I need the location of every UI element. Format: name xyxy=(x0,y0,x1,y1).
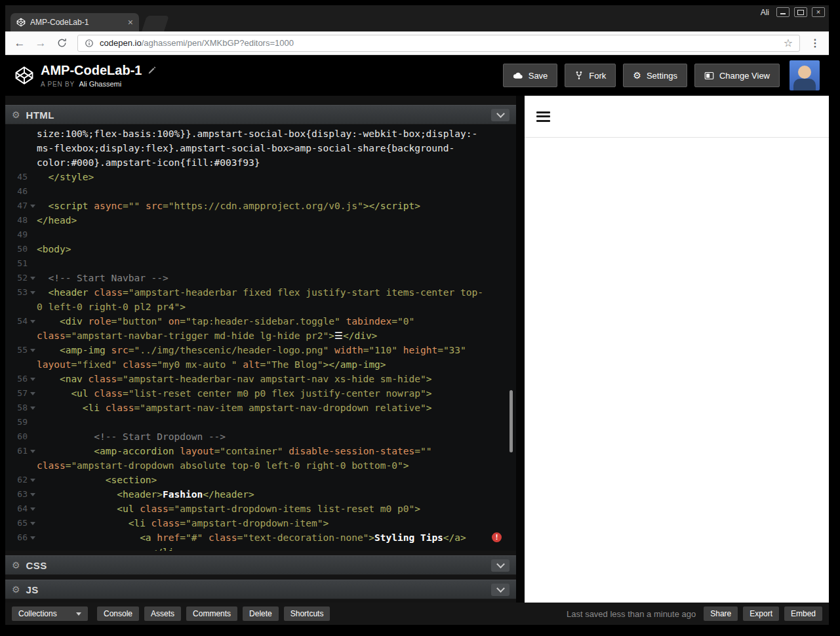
code-line[interactable]: 51 xyxy=(5,256,516,271)
save-button[interactable]: Save xyxy=(503,64,558,87)
code-line[interactable]: 45 </style> xyxy=(5,170,516,184)
css-pane-header[interactable]: ⚙ CSS xyxy=(5,555,516,575)
address-bar[interactable]: codepen.io/aghassemi/pen/XMKbGP?editors=… xyxy=(77,35,800,52)
js-pane-collapse-button[interactable] xyxy=(491,584,510,596)
code-line[interactable]: 52 <!-- Start Navbar --> xyxy=(5,271,516,285)
code-fold-icon[interactable] xyxy=(28,401,37,415)
code-line[interactable]: size:100%;flex-basis:100%}}.ampstart-soc… xyxy=(5,127,516,141)
author-link[interactable]: Ali Ghassemi xyxy=(79,80,121,88)
code-line[interactable]: 53 <header class="ampstart-headerbar fix… xyxy=(5,285,516,300)
code-line[interactable]: 61 <amp-accordion layout="container" dis… xyxy=(5,444,516,458)
hamburger-menu-icon[interactable] xyxy=(536,109,550,124)
forward-button[interactable]: → xyxy=(31,37,50,50)
assets-button[interactable]: Assets xyxy=(144,606,181,621)
code-line[interactable]: 54 <div role="button" on="tap:header-sid… xyxy=(5,314,516,328)
code-line[interactable]: 48</head> xyxy=(5,213,516,228)
css-pane-gear-icon[interactable]: ⚙ xyxy=(12,560,20,570)
code-line[interactable]: 63 <header>Fashion</header> xyxy=(5,487,516,502)
html-pane-header[interactable]: ⚙ HTML xyxy=(5,105,516,125)
embed-button[interactable]: Embed xyxy=(784,606,822,621)
code-line[interactable]: 66 <a href="#" class="text-decoration-no… xyxy=(5,530,516,545)
code-fold-icon[interactable] xyxy=(28,530,37,545)
code-line[interactable]: ms-flexbox;display:flex}.ampstart-social… xyxy=(5,141,516,155)
close-button[interactable]: × xyxy=(812,7,825,17)
url-domain: codepen.io xyxy=(100,38,142,48)
settings-button[interactable]: ⚙ Settings xyxy=(623,64,687,87)
console-button[interactable]: Console xyxy=(97,606,139,621)
editor-scrollbar[interactable] xyxy=(510,390,513,452)
code-fold-gutter xyxy=(28,242,37,256)
code-line[interactable]: 57 <ul class="list-reset center m0 p0 fl… xyxy=(5,386,516,401)
css-pane-collapse-button[interactable] xyxy=(491,559,510,572)
code-line[interactable]: layout="fixed" class="my0 mx-auto " alt=… xyxy=(5,357,516,372)
code-line[interactable]: </li xyxy=(5,545,516,551)
code-fold-icon[interactable] xyxy=(28,516,37,530)
code-fold-icon[interactable] xyxy=(28,386,37,401)
code-line[interactable]: 46 xyxy=(5,184,516,199)
browser-toolbar: ← → codepen.io/aghassemi/pen/XMKbGP?edit… xyxy=(5,31,829,55)
code-line[interactable]: 58 <li class="ampstart-nav-item ampstart… xyxy=(5,401,516,415)
code-area[interactable]: size:100%;flex-basis:100%}}.ampstart-soc… xyxy=(5,127,516,551)
bookmark-star-icon[interactable]: ☆ xyxy=(784,37,793,49)
shortcuts-button[interactable]: Shortcuts xyxy=(284,606,330,621)
page-info-icon[interactable] xyxy=(85,39,94,48)
tab-close-icon[interactable]: × xyxy=(128,17,133,28)
change-view-icon xyxy=(704,71,714,80)
html-pane-gear-icon[interactable]: ⚙ xyxy=(12,109,20,120)
html-editor[interactable]: size:100%;flex-basis:100%}}.ampstart-soc… xyxy=(5,125,516,551)
code-fold-icon[interactable] xyxy=(28,343,37,357)
pane-resizer[interactable] xyxy=(516,96,525,603)
maximize-button[interactable] xyxy=(794,7,807,17)
code-fold-icon[interactable] xyxy=(28,487,37,502)
collections-dropdown[interactable]: Collections xyxy=(12,606,88,621)
fork-button[interactable]: Fork xyxy=(565,64,616,87)
lint-error-icon[interactable]: ! xyxy=(492,532,502,542)
code-line[interactable]: 60 <!-- Start Dropdown --> xyxy=(5,429,516,444)
back-button[interactable]: ← xyxy=(10,37,29,50)
js-pane-gear-icon[interactable]: ⚙ xyxy=(12,584,20,595)
code-line[interactable]: class="ampstart-navbar-trigger md-hide l… xyxy=(5,328,516,343)
minimize-button[interactable] xyxy=(776,7,790,17)
comments-button[interactable]: Comments xyxy=(186,606,237,621)
user-avatar[interactable] xyxy=(790,60,820,90)
code-line[interactable]: 59 xyxy=(5,415,516,429)
code-line[interactable]: 64 <ul class="ampstart-dropdown-items li… xyxy=(5,502,516,516)
code-fold-icon[interactable] xyxy=(28,199,37,213)
code-fold-icon[interactable] xyxy=(28,473,37,487)
code-fold-gutter xyxy=(28,300,37,314)
code-line[interactable]: 0 left-0 right-0 pl2 pr4"> xyxy=(5,300,516,314)
reload-button[interactable] xyxy=(52,37,71,49)
browser-tab[interactable]: AMP-CodeLab-1 × xyxy=(10,13,139,31)
js-pane-header[interactable]: ⚙ JS xyxy=(5,580,516,599)
code-line[interactable]: class="ampstart-dropdown absolute top-0 … xyxy=(5,458,516,473)
code-line[interactable]: 62 <section> xyxy=(5,473,516,487)
profile-name[interactable]: Ali xyxy=(761,8,769,17)
codepen-logo-icon[interactable] xyxy=(14,66,34,85)
browser-menu-icon[interactable]: ⋮ xyxy=(807,37,824,49)
pen-title: AMP-CodeLab-1 xyxy=(41,63,142,78)
code-fold-icon[interactable] xyxy=(28,271,37,285)
url-text[interactable]: codepen.io/aghassemi/pen/XMKbGP?editors=… xyxy=(100,38,294,48)
code-line[interactable]: 47 <script async="" src="https://cdn.amp… xyxy=(5,199,516,213)
code-line[interactable]: 65 <li class="ampstart-dropdown-item"> xyxy=(5,516,516,530)
code-fold-icon[interactable] xyxy=(28,314,37,328)
code-fold-gutter xyxy=(28,184,37,199)
new-tab-button[interactable] xyxy=(142,16,169,31)
delete-button[interactable]: Delete xyxy=(243,606,279,621)
byline-label: A PEN BY xyxy=(41,81,75,88)
code-fold-icon[interactable] xyxy=(28,502,37,516)
code-fold-icon[interactable] xyxy=(28,372,37,386)
code-fold-icon[interactable] xyxy=(28,444,37,458)
code-line[interactable]: 56 <nav class="ampstart-headerbar-nav am… xyxy=(5,372,516,386)
code-line[interactable]: 50<body> xyxy=(5,242,516,256)
change-view-button[interactable]: Change View xyxy=(694,64,780,87)
export-button[interactable]: Export xyxy=(743,606,779,621)
code-line[interactable]: 49 xyxy=(5,228,516,242)
main-area: ⚙ HTML size:100%;flex-basis:100%}}.ampst… xyxy=(5,96,829,603)
edit-title-icon[interactable] xyxy=(148,66,156,75)
code-line[interactable]: color:#000}.ampstart-icon{fill:#003f93} xyxy=(5,155,516,170)
share-button[interactable]: Share xyxy=(704,606,738,621)
code-fold-icon[interactable] xyxy=(28,285,37,300)
code-line[interactable]: 55 <amp-img src="../img/thescenic/header… xyxy=(5,343,516,357)
html-pane-collapse-button[interactable] xyxy=(491,109,510,121)
